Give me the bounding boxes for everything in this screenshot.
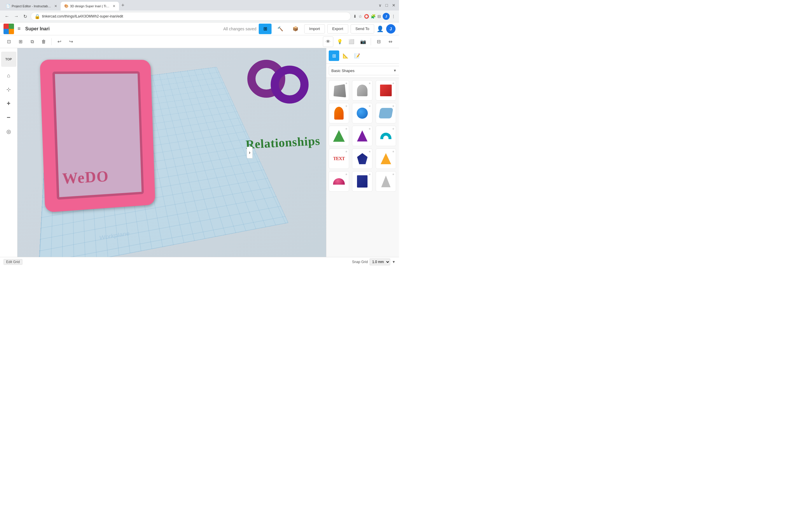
panel-toggle-button[interactable]: › [247, 147, 252, 158]
shape-orange-cylinder[interactable]: ★ [329, 103, 349, 124]
camera-icon: 📷 [360, 39, 366, 44]
favorite-star-2[interactable]: ★ [368, 82, 371, 85]
duplicate-button[interactable]: ⧉ [27, 36, 37, 47]
align-button[interactable]: ⊟ [373, 36, 384, 47]
favorite-star-4[interactable]: ★ [345, 104, 348, 108]
shape-category-selector[interactable]: Basic Shapes ▼ [326, 63, 399, 78]
teal-arch-visual [380, 133, 392, 139]
tinkercad-logo[interactable] [3, 24, 14, 34]
favorite-star-8[interactable]: ★ [368, 127, 371, 130]
mirror-button[interactable]: ⇔ [385, 36, 396, 47]
logo-cell-red [3, 24, 9, 29]
shape-scribble[interactable]: ★ [376, 103, 396, 124]
shape-purple-pyramid[interactable]: ★ [352, 126, 373, 146]
user-plus-icon[interactable]: 👤 [377, 25, 384, 32]
ruler-panel-button[interactable]: 📐 [340, 51, 351, 61]
menu-icon[interactable]: ⋮ [392, 14, 396, 19]
ungroup-button[interactable]: ⊞ [15, 36, 26, 47]
logo-cell-green [9, 24, 14, 29]
shape-teal-arch[interactable]: ★ [376, 126, 396, 146]
favorite-star-5[interactable]: ★ [368, 104, 371, 108]
chevron-right-icon: › [249, 150, 250, 155]
tab-1[interactable]: 📄 Project Editor - Instructables ✕ [2, 2, 61, 11]
shape-red-box[interactable]: ★ [376, 80, 396, 101]
shape-yellow-pyramid[interactable]: ★ [376, 149, 396, 169]
favorite-star-11[interactable]: ★ [368, 150, 371, 153]
relationships-text[interactable]: Relationships [245, 134, 321, 151]
camera-button[interactable]: 📷 [358, 36, 368, 47]
view-cube-label: TOP [5, 58, 12, 61]
mirror-icon: ⇔ [388, 39, 392, 44]
snap-grid-dropdown[interactable]: 1.0 mm 0.5 mm 2.0 mm [369, 259, 390, 265]
notes-panel-button[interactable]: 📝 [352, 51, 363, 61]
zoom-out-button[interactable]: − [3, 112, 14, 123]
canvas-area[interactable]: WeDO Relationships Workplane › [18, 48, 326, 257]
hamburger-menu-icon[interactable]: ≡ [18, 26, 21, 32]
import-button[interactable]: Import [304, 24, 325, 34]
favorite-star-3[interactable]: ★ [392, 82, 395, 85]
export-shape-button[interactable]: 📦 [289, 24, 302, 34]
bookmark-icon[interactable]: ☆ [359, 14, 362, 19]
shape-category-dropdown[interactable]: Basic Shapes [329, 66, 399, 75]
view-cube[interactable]: TOP [1, 52, 16, 67]
redo-button[interactable]: ↪ [65, 36, 76, 47]
favorite-star-12[interactable]: ★ [392, 150, 395, 153]
favorite-star-7[interactable]: ★ [345, 127, 348, 130]
tab-close-icon[interactable]: ✕ [391, 2, 397, 9]
favorite-star-13[interactable]: ★ [345, 173, 348, 176]
favorite-star-9[interactable]: ★ [392, 127, 395, 130]
fit-all-button[interactable]: ⊹ [3, 84, 14, 95]
shape-blue-sphere[interactable]: ★ [352, 103, 373, 124]
export-button[interactable]: Export [327, 24, 348, 34]
project-title: Super Inari [25, 26, 50, 32]
opera-icon[interactable]: ⭕ [364, 14, 369, 19]
favorite-star-15[interactable]: ★ [392, 173, 395, 176]
tab-2[interactable]: 🎨 3D design Super Inari | Tinkercad ✕ [61, 2, 119, 11]
scribble-visual [378, 108, 393, 118]
hammer-tool-button[interactable]: 🔨 [274, 24, 287, 34]
shape-blue-gem[interactable]: ★ [352, 149, 373, 169]
url-bar[interactable]: 🔒 tinkercad.com/things/lLa4X3OMWh2-super… [31, 12, 351, 21]
split-screen-icon[interactable]: ⊟ [377, 14, 381, 19]
view-toggle-button[interactable]: 👁 [323, 36, 334, 47]
notes-icon: 📝 [354, 53, 360, 59]
light-button[interactable]: 💡 [335, 36, 345, 47]
shape-green-pyramid[interactable]: ★ [329, 126, 349, 146]
pink-frame-object[interactable]: WeDO [40, 59, 155, 212]
favorite-star-1[interactable]: ★ [345, 82, 348, 85]
home-view-button[interactable]: ⌂ [3, 70, 14, 81]
logo-cell-orange [9, 29, 14, 34]
zoom-in-button[interactable]: + [3, 98, 14, 109]
forward-button[interactable]: → [13, 13, 20, 20]
user-avatar[interactable]: J [386, 24, 396, 34]
favorite-star-10[interactable]: ★ [345, 150, 348, 153]
rings-object[interactable] [242, 57, 311, 115]
tab-1-close[interactable]: ✕ [54, 4, 57, 8]
shape-white-cone[interactable]: ★ [376, 171, 396, 192]
shape-dark-box[interactable]: ★ [352, 171, 373, 192]
new-tab-button[interactable]: + [121, 3, 125, 8]
undo-button[interactable]: ↩ [54, 36, 64, 47]
download-icon[interactable]: ⬇ [353, 14, 357, 19]
shape-pink-hemisphere[interactable]: ★ [329, 171, 349, 192]
sendto-button[interactable]: Send To [350, 24, 374, 34]
orange-cyl-visual [334, 107, 344, 119]
back-button[interactable]: ← [3, 13, 11, 20]
grid-view-button[interactable]: ⊞ [259, 24, 271, 34]
edit-grid-button[interactable]: Edit Grid [3, 259, 22, 265]
favorite-star-6[interactable]: ★ [392, 104, 395, 108]
profile-button[interactable]: J [383, 13, 390, 20]
favorite-star-14[interactable]: ★ [368, 173, 371, 176]
extensions-icon[interactable]: 🧩 [371, 14, 376, 19]
group-button[interactable]: ⊡ [3, 36, 14, 47]
box-icon: 📦 [292, 26, 298, 32]
reload-button[interactable]: ↻ [22, 13, 28, 20]
shapes-panel-button[interactable]: ⊞ [329, 51, 339, 61]
delete-button[interactable]: 🗑 [38, 36, 49, 47]
shape-text[interactable]: ★ TEXT [329, 149, 349, 169]
shape-gray-cylinder[interactable]: ★ [352, 80, 373, 101]
orthographic-button[interactable]: ⬜ [346, 36, 357, 47]
orthographic-view-button[interactable]: ◎ [3, 126, 14, 137]
tab-2-close[interactable]: ✕ [113, 4, 115, 8]
shape-gray-box[interactable]: ★ [329, 80, 349, 101]
